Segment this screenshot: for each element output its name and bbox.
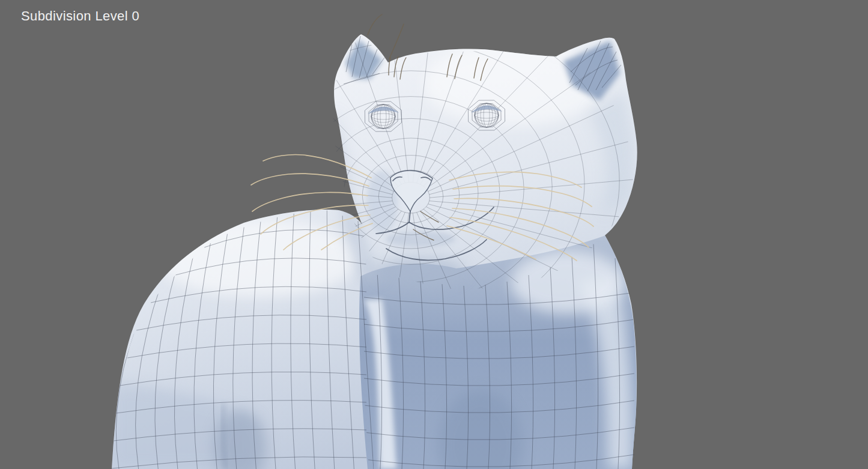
wireframe-cat-model (0, 0, 868, 469)
subdivision-level-label: Subdivision Level 0 (21, 8, 139, 24)
render-viewport: Subdivision Level 0 (0, 0, 868, 469)
